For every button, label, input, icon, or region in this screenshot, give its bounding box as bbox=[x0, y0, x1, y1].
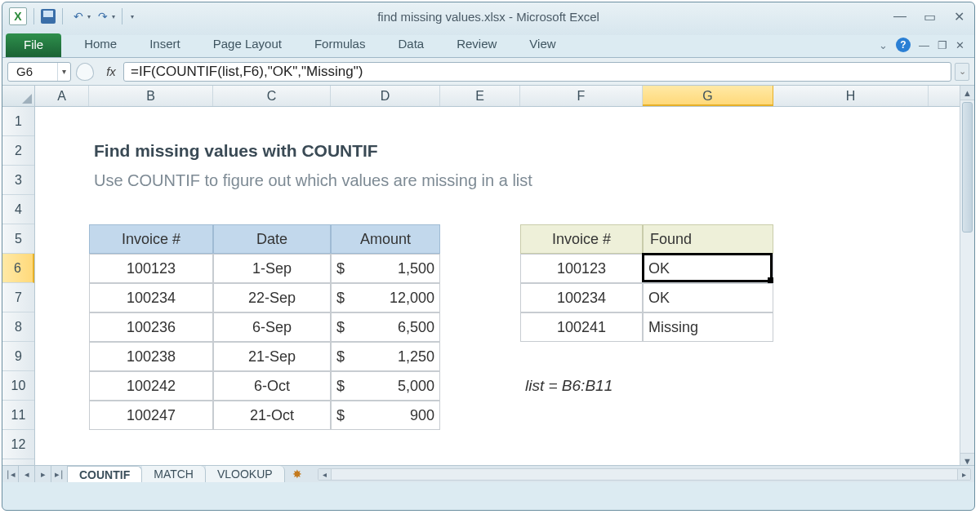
formula-bar: ▾ fx =IF(COUNTIF(list,F6),"OK","Missing"… bbox=[2, 58, 974, 86]
separator bbox=[62, 8, 63, 24]
table-row[interactable]: 100234 bbox=[89, 283, 213, 312]
table-row[interactable]: $900 bbox=[331, 401, 440, 430]
sheet-tab-bar: ∣◂ ◂ ▸ ▸∣ COUNTIF MATCH VLOOKUP ✸ ◂ ▸ bbox=[2, 465, 974, 482]
save-icon[interactable] bbox=[41, 9, 56, 24]
page-title: Find missing values with COUNTIF bbox=[89, 136, 661, 166]
table-row[interactable]: $5,000 bbox=[331, 371, 440, 401]
table-row[interactable]: Missing bbox=[643, 312, 773, 342]
window-title: find missing values.xlsx - Microsoft Exc… bbox=[2, 10, 974, 24]
table-row[interactable]: 1-Sep bbox=[213, 254, 331, 283]
row-9[interactable]: 9 bbox=[2, 342, 34, 371]
row-8[interactable]: 8 bbox=[2, 312, 34, 342]
redo-dropdown[interactable]: ▾ bbox=[112, 13, 115, 20]
col-C[interactable]: C bbox=[213, 86, 331, 106]
col-H[interactable]: H bbox=[773, 86, 929, 106]
col-D[interactable]: D bbox=[331, 86, 440, 106]
table-row[interactable]: 6-Oct bbox=[213, 371, 331, 401]
sheet-nav-prev[interactable]: ◂ bbox=[19, 466, 35, 482]
table-row[interactable]: $1,500 bbox=[331, 254, 440, 283]
row-5[interactable]: 5 bbox=[2, 224, 34, 254]
scroll-thumb[interactable] bbox=[962, 102, 973, 233]
table-row[interactable]: $6,500 bbox=[331, 312, 440, 342]
redo-icon[interactable]: ↷ bbox=[94, 9, 112, 24]
col-F[interactable]: F bbox=[520, 86, 643, 106]
scroll-left-icon[interactable]: ◂ bbox=[318, 469, 332, 480]
cell-area[interactable]: Find missing values with COUNTIF Use COU… bbox=[35, 107, 960, 467]
undo-dropdown[interactable]: ▾ bbox=[87, 13, 91, 20]
select-all-corner[interactable] bbox=[2, 86, 35, 106]
doc-close-button[interactable]: ✕ bbox=[956, 39, 964, 51]
table-row[interactable]: 22-Sep bbox=[213, 283, 331, 312]
sheet-tab-match[interactable]: MATCH bbox=[142, 466, 206, 482]
t1-hdr-invoice: Invoice # bbox=[89, 224, 213, 254]
doc-restore-button[interactable]: ❐ bbox=[938, 39, 947, 51]
page-subtitle: Use COUNTIF to figure out which values a… bbox=[89, 166, 742, 195]
row-4[interactable]: 4 bbox=[2, 195, 34, 224]
horizontal-scrollbar[interactable]: ◂ ▸ bbox=[318, 468, 971, 481]
table-row[interactable]: $1,250 bbox=[331, 342, 440, 371]
col-G[interactable]: G bbox=[643, 86, 773, 106]
row-2[interactable]: 2 bbox=[2, 136, 34, 166]
vertical-scrollbar[interactable]: ▲ ▼ bbox=[960, 86, 974, 467]
col-B[interactable]: B bbox=[89, 86, 213, 106]
fx-label[interactable]: fx bbox=[99, 64, 123, 78]
table-row[interactable]: 100247 bbox=[89, 401, 213, 430]
table-row[interactable]: 21-Oct bbox=[213, 401, 331, 430]
tab-home[interactable]: Home bbox=[68, 32, 133, 57]
sheet-nav-last[interactable]: ▸∣ bbox=[51, 466, 68, 482]
tab-data[interactable]: Data bbox=[381, 32, 440, 57]
name-box[interactable] bbox=[8, 64, 57, 78]
qat-customize[interactable]: ▾ bbox=[131, 13, 134, 20]
close-button[interactable]: ✕ bbox=[950, 9, 968, 24]
table-row[interactable]: 100241 bbox=[520, 312, 643, 342]
sheet-tab-vlookup[interactable]: VLOOKUP bbox=[206, 466, 285, 482]
row-11[interactable]: 11 bbox=[2, 401, 34, 430]
new-sheet-icon[interactable]: ✸ bbox=[285, 467, 310, 481]
tab-page-layout[interactable]: Page Layout bbox=[197, 32, 298, 57]
table-row[interactable]: 100234 bbox=[520, 283, 643, 312]
table-row[interactable]: $12,000 bbox=[331, 283, 440, 312]
row-1[interactable]: 1 bbox=[2, 107, 34, 136]
excel-icon[interactable]: X bbox=[9, 7, 27, 25]
quick-access-toolbar: X ↶▾ ↷▾ ▾ bbox=[9, 7, 134, 25]
help-icon[interactable]: ? bbox=[896, 38, 911, 52]
row-3[interactable]: 3 bbox=[2, 166, 34, 195]
title-bar: X ↶▾ ↷▾ ▾ find missing values.xlsx - Mic… bbox=[2, 2, 974, 30]
tab-formulas[interactable]: Formulas bbox=[298, 32, 382, 57]
doc-minimize-button[interactable]: ― bbox=[919, 39, 929, 51]
fill-handle[interactable] bbox=[768, 277, 773, 283]
table-row[interactable]: 100123 bbox=[89, 254, 213, 283]
ribbon-minimize-icon[interactable]: ⌄ bbox=[879, 39, 888, 51]
table-row[interactable]: 100242 bbox=[89, 371, 213, 401]
sheet-nav-next[interactable]: ▸ bbox=[35, 466, 51, 482]
sheet-tab-countif[interactable]: COUNTIF bbox=[68, 466, 142, 482]
file-tab[interactable]: File bbox=[6, 33, 61, 57]
table-row[interactable]: 100123 bbox=[520, 254, 643, 283]
minimize-button[interactable]: ― bbox=[891, 9, 909, 24]
formula-bar-expand[interactable]: ⌄ bbox=[955, 63, 969, 81]
table-row[interactable]: 21-Sep bbox=[213, 342, 331, 371]
tab-view[interactable]: View bbox=[513, 32, 572, 57]
separator bbox=[33, 8, 34, 24]
ribbon-tabs: File Home Insert Page Layout Formulas Da… bbox=[2, 30, 974, 58]
sheet-nav-first[interactable]: ∣◂ bbox=[2, 466, 19, 482]
table-row[interactable]: 100238 bbox=[89, 342, 213, 371]
row-12[interactable]: 12 bbox=[2, 430, 34, 459]
scroll-up-icon[interactable]: ▲ bbox=[960, 86, 974, 100]
formula-input[interactable]: =IF(COUNTIF(list,F6),"OK","Missing") bbox=[123, 62, 951, 82]
table-row[interactable]: OK bbox=[643, 283, 773, 312]
maximize-button[interactable]: ▭ bbox=[920, 9, 938, 24]
tab-review[interactable]: Review bbox=[440, 32, 513, 57]
table-row[interactable]: 6-Sep bbox=[213, 312, 331, 342]
row-10[interactable]: 10 bbox=[2, 371, 34, 401]
col-E[interactable]: E bbox=[440, 86, 520, 106]
undo-icon[interactable]: ↶ bbox=[69, 9, 87, 24]
table-row[interactable]: 100236 bbox=[89, 312, 213, 342]
spreadsheet-grid[interactable]: A B C D E F G H 1 2 3 4 5 6 7 8 9 10 11 … bbox=[2, 86, 974, 482]
name-box-dropdown[interactable]: ▾ bbox=[57, 63, 70, 81]
scroll-right-icon[interactable]: ▸ bbox=[957, 469, 970, 480]
col-A[interactable]: A bbox=[35, 86, 89, 106]
row-6[interactable]: 6 bbox=[2, 254, 34, 283]
tab-insert[interactable]: Insert bbox=[133, 32, 197, 57]
row-7[interactable]: 7 bbox=[2, 283, 34, 312]
